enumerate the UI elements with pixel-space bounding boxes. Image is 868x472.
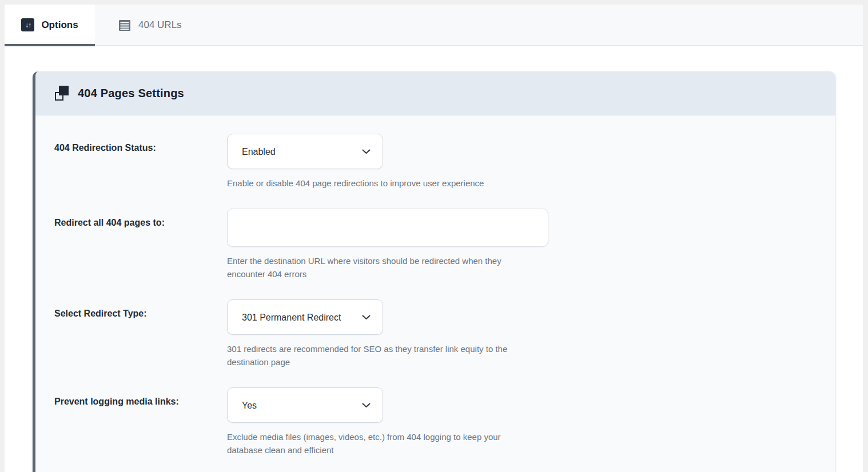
pages-icon [55,86,69,101]
tab-404-urls[interactable]: 404 URLs [95,5,205,45]
field-label: Prevent logging media links: [54,387,227,457]
tab-bar: Options 404 URLs [5,5,863,46]
field-label: Select Redirect Type: [54,299,227,369]
prevent-media-logging-select[interactable]: Yes [227,387,383,423]
help-text: Enter the destination URL where visitors… [227,254,533,281]
redirect-url-input[interactable] [227,209,548,247]
card-title: 404 Pages Settings [78,87,184,100]
redirection-status-select[interactable]: Enabled [227,134,383,169]
card-body: 404 Redirection Status: Enabled Enable o… [35,115,835,472]
tab-options-label: Options [41,19,78,31]
plugin-settings-page: Options 404 URLs 404 Pages Setti [5,5,863,472]
redirect-type-select[interactable]: 301 Permanent Redirect [227,299,383,335]
help-text: Enable or disable 404 page redirections … [227,177,533,190]
field-label: 404 Redirection Status: [54,134,227,190]
tab-content: 404 Pages Settings 404 Redirection Statu… [5,46,863,472]
tab-404-urls-label: 404 URLs [138,19,182,31]
field-row-redirection-status: 404 Redirection Status: Enabled Enable o… [54,134,816,190]
help-text: Exclude media files (images, videos, etc… [227,430,533,457]
list-icon [118,18,132,32]
settings-card: 404 Pages Settings 404 Redirection Statu… [33,71,835,472]
field-row-prevent-media-logging: Prevent logging media links: Yes Exclude… [54,387,816,457]
field-label: Redirect all 404 pages to: [54,209,227,281]
options-sliders-icon [21,18,34,31]
tab-options[interactable]: Options [5,5,95,45]
field-row-redirect-url: Redirect all 404 pages to: Enter the des… [54,209,816,281]
help-text: 301 redirects are recommended for SEO as… [227,342,533,369]
card-header: 404 Pages Settings [35,71,835,115]
field-row-redirect-type: Select Redirect Type: 301 Permanent Redi… [54,299,816,369]
